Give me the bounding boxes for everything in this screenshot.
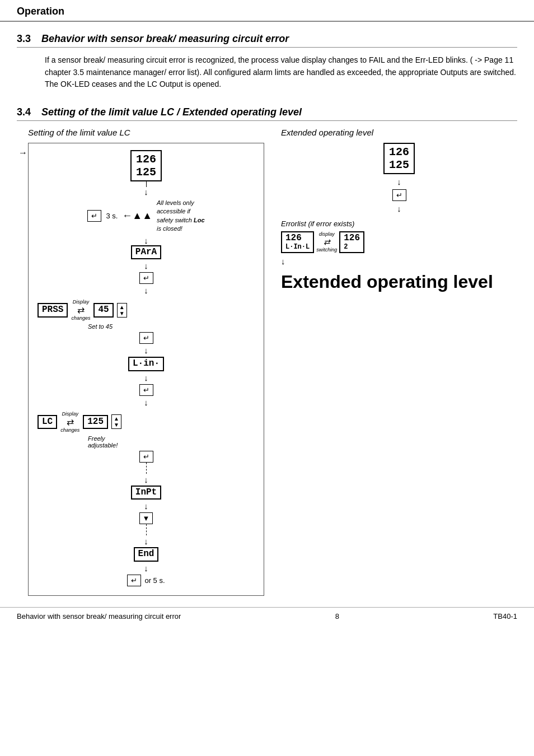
down-arrow-4: ↓ <box>144 286 148 295</box>
enter-row: ↵ 3 s. ←▲▲ All levels onlyaccessible ifs… <box>87 199 204 234</box>
down-btn: ▼ <box>139 512 153 524</box>
prss-value-display: 45 <box>93 303 113 318</box>
top-display-area: 126 125 ↓ ↵ 3 s. ←▲▲ All levels onlyacce… <box>38 150 255 245</box>
down-arrow-6: ↓ <box>144 373 148 382</box>
left-diagram: → 126 125 ↓ ↵ 3 s. ←▲▲ <box>28 143 264 596</box>
right-top-line2: 125 <box>389 158 409 171</box>
right-enter-btn-1: ↵ <box>392 189 406 201</box>
dotted-line-2 <box>146 524 147 535</box>
section-33-number: 3.3 <box>17 33 35 45</box>
up-down-btns-2: ▲ ▼ <box>111 414 121 429</box>
left-arrow-note: ←▲▲ <box>122 210 152 222</box>
right-diagram: 126 125 ↓ ↵ ↓ Errorlist (if error exists… <box>281 143 517 292</box>
lin-area: L·in· ↓ ↵ ↓ <box>38 357 255 409</box>
set-to-label: Set to 45 <box>88 323 255 330</box>
section-33-header: 3.3 Behavior with sensor break/ measurin… <box>17 33 517 48</box>
section-33-title: Behavior with sensor break/ measuring ci… <box>41 33 289 45</box>
prss-row: PRSS Display ⇄ changes 45 ▲ ▼ <box>38 299 255 321</box>
freely-label: Freelyadjustable! <box>88 435 255 449</box>
top-display: 126 125 <box>130 150 162 181</box>
down-arrow-2: ↓ <box>144 236 148 245</box>
content: 3.3 Behavior with sensor break/ measurin… <box>0 22 534 607</box>
down-arrow-10: ↓ <box>144 536 148 546</box>
down-arrow-11: ↓ <box>144 563 148 573</box>
down-arrow-1: ↓ <box>144 187 148 197</box>
footer-left: Behavior with sensor break/ measuring ci… <box>17 612 181 620</box>
display-changes-1: Display ⇄ changes <box>71 299 90 321</box>
right-top-display-area: 126 125 ↓ ↵ ↓ <box>281 143 517 216</box>
section-34-number: 3.4 <box>17 106 35 118</box>
right-top-display: 126 125 <box>383 143 415 174</box>
footer: Behavior with sensor break/ measuring ci… <box>0 607 534 625</box>
dotted-line-1 <box>146 463 147 474</box>
header-title: Operation <box>17 6 64 17</box>
top-display-line1: 126 <box>136 153 156 166</box>
section-33-body: If a sensor break/ measuring circuit err… <box>45 54 517 91</box>
right-subtitle: Extended operating level <box>281 128 517 137</box>
lin-display: L·in· <box>128 357 164 371</box>
section-34-body: Setting of the limit value LC → 126 125 … <box>28 128 517 596</box>
section-34: 3.4 Setting of the limit value LC / Exte… <box>17 106 517 596</box>
footer-page: 8 <box>335 612 339 620</box>
section-34-header: 3.4 Setting of the limit value LC / Exte… <box>17 106 517 121</box>
end-area: End ↓ ↵ or 5 s. <box>38 547 255 586</box>
end-display: End <box>134 547 159 562</box>
right-down-arrow-1: ↓ <box>397 177 401 186</box>
right-down-arrow-2: ↓ <box>397 204 401 213</box>
left-subtitle: Setting of the limit value LC <box>28 128 264 137</box>
down-arrow-9: ↓ <box>144 501 148 511</box>
down-arrow-8: ↓ <box>144 475 148 484</box>
header: Operation <box>0 0 534 22</box>
enter-button-3: ↵ <box>139 332 153 344</box>
input-display: InPt <box>131 486 161 500</box>
right-pair-left-display: 126 L·In·L <box>281 231 314 253</box>
wait-label: 3 s. <box>106 212 118 220</box>
errorlist-label: Errorlist (if error exists) <box>281 220 517 228</box>
note-text: All levels onlyaccessible ifsafety switc… <box>157 199 205 234</box>
top-display-line2: 125 <box>136 166 156 179</box>
lc-row: LC Display ⇄ changes 125 ▲ ▼ <box>38 411 255 433</box>
extended-level-label: Extended operating level <box>281 272 517 292</box>
display-switching-label: display ⇄ switching <box>316 231 337 253</box>
prss-display: PRSS <box>38 303 68 318</box>
right-down-arrow-3: ↓ <box>281 256 517 266</box>
lc-value-display: 125 <box>83 415 108 430</box>
footer-right: TB40-1 <box>493 612 517 620</box>
para-area: PArA ↓ ↵ ↓ <box>38 245 255 297</box>
up-down-btns-1: ▲ ▼ <box>117 303 127 318</box>
display-changes-2: Display ⇄ changes <box>60 411 79 433</box>
enter-button-5: ↵ <box>139 451 153 463</box>
lc-display: LC <box>38 415 57 430</box>
down-arrow-5: ↓ <box>144 346 148 355</box>
or5s-label: or 5 s. <box>144 576 165 585</box>
down-arrow-7: ↓ <box>144 398 148 407</box>
section-34-title: Setting of the limit value LC / Extended… <box>41 106 302 118</box>
entry-arrow-icon: → <box>18 148 27 158</box>
left-column: Setting of the limit value LC → 126 125 … <box>28 128 264 596</box>
enter-button-4: ↵ <box>139 384 153 396</box>
or5s-row: ↵ or 5 s. <box>127 575 165 586</box>
para-display: PArA <box>131 245 161 260</box>
down-arrow-3: ↓ <box>144 261 148 270</box>
right-pair-right-display: 126 2 <box>339 231 364 253</box>
right-top-line1: 126 <box>389 146 409 158</box>
enter-button-2: ↵ <box>139 272 153 284</box>
enter-button-6: ↵ <box>127 575 141 586</box>
display-pair-area: 126 L·In·L display ⇄ switching <box>281 231 517 253</box>
section-33: 3.3 Behavior with sensor break/ measurin… <box>17 33 517 91</box>
enter-button-1: ↵ <box>87 210 101 222</box>
right-column: Extended operating level 126 125 ↓ ↵ ↓ <box>281 128 517 596</box>
input-area: InPt ↓ ▼ ↓ <box>38 486 255 548</box>
